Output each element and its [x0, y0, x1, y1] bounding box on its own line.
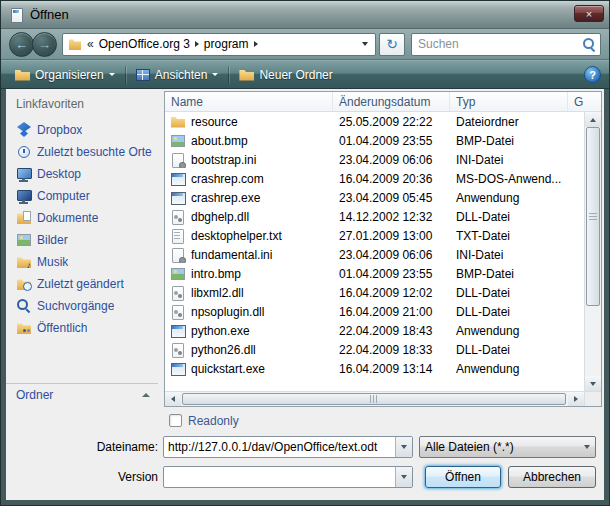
file-row[interactable]: crashrep.exe 23.04.2009 05:45 Anwendung	[165, 188, 584, 207]
scroll-down-icon	[590, 382, 596, 386]
file-row[interactable]: dbghelp.dll 14.12.2002 12:32 DLL-Datei	[165, 207, 584, 226]
sidebar-item-icon	[16, 276, 32, 292]
open-button[interactable]: Öffnen	[425, 466, 501, 488]
refresh-button[interactable]: ↻	[379, 33, 405, 56]
forward-button[interactable]: →	[32, 32, 57, 57]
file-modified-date: 01.04.2009 23:55	[333, 267, 450, 281]
file-modified-date: 22.04.2009 18:43	[333, 324, 450, 338]
vertical-scrollbar-track[interactable]	[585, 127, 601, 376]
horizontal-scrollbar-track[interactable]	[181, 392, 568, 406]
readonly-checkbox[interactable]	[169, 414, 182, 427]
help-button[interactable]: ?	[584, 66, 601, 83]
file-icon	[170, 133, 186, 149]
filetype-combobox[interactable]: Alle Dateien (*.*)	[419, 436, 596, 458]
chevron-right-icon[interactable]	[195, 41, 199, 47]
organize-label: Organisieren	[35, 68, 104, 82]
window-title: Öffnen	[30, 7, 69, 22]
new-folder-button[interactable]: Neuer Ordner	[231, 65, 340, 85]
file-name: python26.dll	[191, 343, 256, 357]
breadcrumb-dropdown-icon[interactable]	[362, 42, 368, 46]
vertical-scrollbar[interactable]	[584, 112, 601, 391]
file-modified-date: 01.04.2009 23:55	[333, 134, 450, 148]
file-row[interactable]: resource 25.05.2009 22:22 Dateiordner	[165, 112, 584, 131]
column-header-type[interactable]: Typ	[450, 92, 568, 111]
sidebar-item[interactable]: Dropbox	[14, 119, 158, 141]
sidebar-item[interactable]: Zuletzt geändert	[14, 273, 158, 295]
file-name: crashrep.com	[191, 172, 264, 186]
file-name-cell: desktophelper.txt	[165, 228, 333, 244]
file-name: intro.bmp	[191, 267, 241, 281]
sidebar-item[interactable]: Zuletzt besuchte Orte	[14, 141, 158, 163]
refresh-icon: ↻	[386, 36, 398, 52]
search-input[interactable]	[412, 37, 582, 51]
file-row[interactable]: quickstart.exe 16.04.2009 13:14 Anwendun…	[165, 359, 584, 378]
file-row[interactable]: python26.dll 22.04.2009 18:33 DLL-Datei	[165, 340, 584, 359]
scroll-up-button[interactable]	[585, 112, 601, 127]
sidebar-item[interactable]: Computer	[14, 185, 158, 207]
filetype-dropdown-button[interactable]	[578, 437, 595, 457]
file-name: crashrep.exe	[191, 191, 260, 205]
sidebar-item[interactable]: Öffentlich	[14, 317, 158, 339]
organize-button[interactable]: Organisieren	[7, 65, 123, 85]
file-row[interactable]: crashrep.com 16.04.2009 20:36 MS-DOS-Anw…	[165, 169, 584, 188]
open-dialog-window: Öffnen × ← → « OpenOffice.org 3 program …	[0, 0, 610, 506]
file-row[interactable]: python.exe 22.04.2009 18:43 Anwendung	[165, 321, 584, 340]
toolbar-separator	[125, 66, 126, 84]
file-type: Anwendung	[450, 362, 584, 376]
scroll-left-button[interactable]	[165, 392, 181, 406]
file-type: DLL-Datei	[450, 210, 584, 224]
chevron-right-icon[interactable]	[254, 41, 258, 47]
sidebar-item[interactable]: Bilder	[14, 229, 158, 251]
filename-combobox[interactable]	[163, 436, 413, 458]
version-dropdown-button[interactable]	[395, 467, 412, 487]
breadcrumb-item-openoffice[interactable]: OpenOffice.org 3	[99, 37, 190, 51]
back-button[interactable]: ←	[9, 32, 34, 57]
column-header-name[interactable]: Name	[165, 92, 333, 111]
file-row[interactable]: about.bmp 01.04.2009 23:55 BMP-Datei	[165, 131, 584, 150]
filetype-value: Alle Dateien (*.*)	[420, 440, 578, 454]
sidebar-item[interactable]: Desktop	[14, 163, 158, 185]
file-name: about.bmp	[191, 134, 248, 148]
command-toolbar: Organisieren Ansichten Neuer Ordner ?	[1, 60, 609, 89]
file-row[interactable]: libxml2.dll 16.04.2009 12:02 DLL-Datei	[165, 283, 584, 302]
titlebar[interactable]: Öffnen ×	[1, 1, 609, 29]
file-type: Dateiordner	[450, 115, 584, 129]
sidebar-item[interactable]: Dokumente	[14, 207, 158, 229]
file-name-cell: bootstrap.ini	[165, 152, 333, 168]
breadcrumb-collapse-chevrons[interactable]: «	[87, 37, 94, 51]
version-combobox[interactable]	[163, 466, 413, 488]
file-row[interactable]: intro.bmp 01.04.2009 23:55 BMP-Datei	[165, 264, 584, 283]
sidebar-item[interactable]: Suchvorgänge	[14, 295, 158, 317]
column-header-date[interactable]: Änderungsdatum	[333, 92, 450, 111]
breadcrumb-item-program[interactable]: program	[204, 37, 249, 51]
sidebar-item[interactable]: Musik	[14, 251, 158, 273]
filename-input[interactable]	[164, 440, 395, 454]
breadcrumb[interactable]: « OpenOffice.org 3 program	[62, 33, 376, 56]
file-icon	[170, 247, 186, 263]
vertical-scrollbar-thumb[interactable]	[586, 127, 600, 306]
scroll-right-button[interactable]	[568, 392, 584, 406]
cancel-button[interactable]: Abbrechen	[508, 466, 596, 488]
search-icon[interactable]	[582, 37, 596, 51]
folders-band[interactable]: Ordner	[6, 383, 158, 404]
file-name-cell: npsoplugin.dll	[165, 304, 333, 320]
dialog-icon	[9, 7, 24, 22]
horizontal-scrollbar[interactable]	[165, 391, 584, 406]
file-icon	[170, 285, 186, 301]
file-row[interactable]: fundamental.ini 23.04.2009 06:06 INI-Dat…	[165, 245, 584, 264]
column-header-size[interactable]: G	[568, 92, 601, 111]
close-button[interactable]: ×	[574, 5, 604, 22]
bottom-form: Readonly Dateiname: Alle Dateien (*.*) V…	[6, 407, 604, 500]
horizontal-scrollbar-thumb[interactable]	[182, 393, 566, 405]
views-button[interactable]: Ansichten	[128, 65, 227, 85]
file-row[interactable]: desktophelper.txt 27.01.2009 13:00 TXT-D…	[165, 226, 584, 245]
search-box[interactable]	[411, 33, 601, 56]
file-modified-date: 16.04.2009 21:00	[333, 305, 450, 319]
file-row[interactable]: npsoplugin.dll 16.04.2009 21:00 DLL-Date…	[165, 302, 584, 321]
scroll-down-button[interactable]	[585, 376, 601, 391]
file-row[interactable]: bootstrap.ini 23.04.2009 06:06 INI-Datei	[165, 150, 584, 169]
filename-dropdown-button[interactable]	[395, 437, 412, 457]
new-folder-label: Neuer Ordner	[259, 68, 332, 82]
dialog-body: Linkfavoriten Dropbox Zuletzt besuchte O…	[1, 89, 609, 505]
main-area: Linkfavoriten Dropbox Zuletzt besuchte O…	[6, 89, 604, 407]
